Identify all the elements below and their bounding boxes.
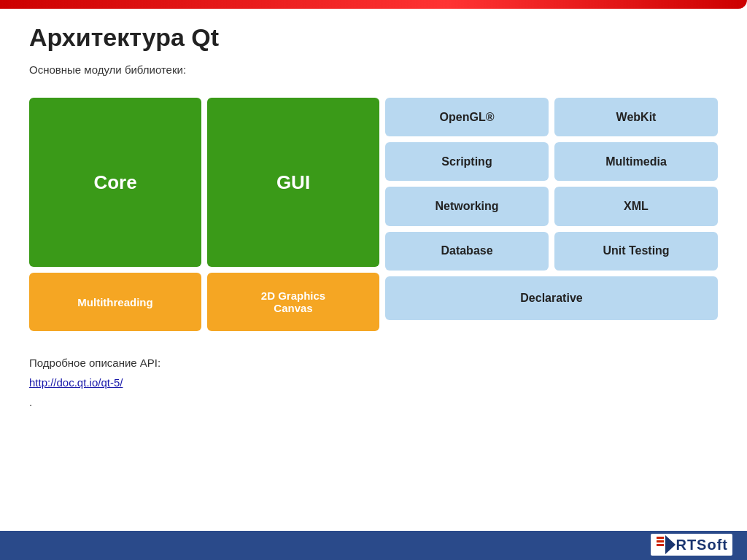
main-content: Архитектура Qt Основные модули библиотек…: [0, 9, 747, 531]
module-opengl: OpenGL®: [385, 98, 549, 136]
graphics2d-block: 2D GraphicsCanvas: [207, 273, 379, 331]
logo-name: RTSoft: [676, 537, 728, 553]
col-core: Core Multithreading: [29, 98, 201, 331]
page-title: Архитектура Qt: [29, 23, 718, 52]
col-gui: GUI 2D GraphicsCanvas: [207, 98, 379, 331]
right-section: OpenGL® WebKit Scripting Multimedia Netw…: [385, 98, 718, 331]
core-block: Core: [29, 98, 201, 267]
dot: .: [29, 392, 718, 412]
module-database: Database: [385, 232, 549, 271]
rtsoft-logo: RTSoft: [651, 534, 732, 556]
top-bar: [0, 0, 747, 9]
graphics2d-label: 2D GraphicsCanvas: [261, 289, 325, 314]
bottom-bar: [0, 531, 747, 560]
module-networking: Networking: [385, 187, 549, 225]
svg-rect-2: [657, 544, 664, 546]
api-link[interactable]: http://doc.qt.io/qt-5/: [29, 376, 123, 389]
svg-rect-1: [657, 540, 664, 542]
gui-block: GUI: [207, 98, 379, 267]
svg-marker-3: [665, 535, 676, 554]
svg-rect-0: [657, 537, 664, 539]
bottom-text: Подробное описание API: http://doc.qt.io…: [29, 353, 718, 412]
left-section: Core Multithreading GUI 2D GraphicsCanva…: [29, 98, 379, 331]
module-unittesting: Unit Testing: [554, 232, 718, 271]
modules-grid: OpenGL® WebKit Scripting Multimedia Netw…: [385, 98, 718, 331]
architecture-diagram: Core Multithreading GUI 2D GraphicsCanva…: [29, 98, 718, 331]
module-declarative: Declarative: [385, 276, 718, 320]
module-xml: XML: [554, 187, 718, 225]
multithreading-block: Multithreading: [29, 273, 201, 331]
api-description: Подробное описание API:: [29, 353, 718, 373]
subtitle: Основные модули библиотеки:: [29, 63, 718, 76]
module-webkit: WebKit: [554, 98, 718, 136]
logo-icon: [655, 535, 676, 554]
module-multimedia: Multimedia: [554, 142, 718, 181]
module-scripting: Scripting: [385, 142, 549, 181]
